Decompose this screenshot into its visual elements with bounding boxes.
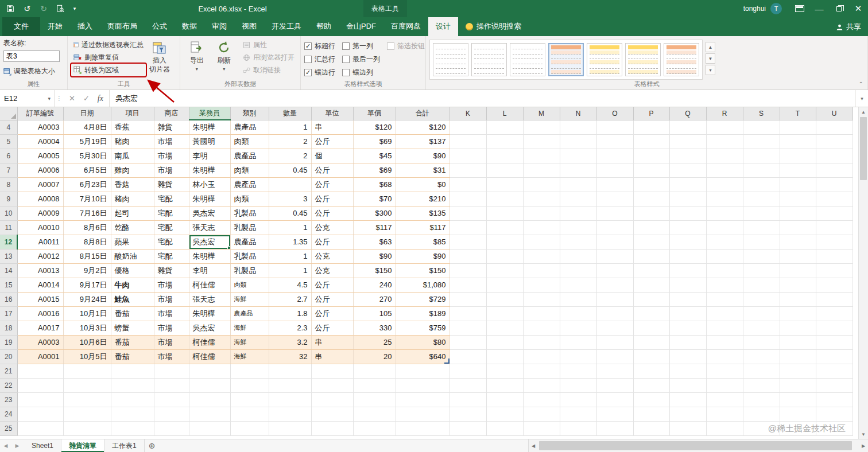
cell[interactable]: 柯佳儒 [189,335,230,349]
cell[interactable] [669,263,706,278]
ribbon-tab-帮助[interactable]: 帮助 [309,17,339,36]
cell[interactable] [596,163,633,177]
cell[interactable] [560,249,596,263]
cell[interactable] [633,349,669,364]
cell[interactable] [450,306,486,321]
cell[interactable] [743,349,780,364]
cell[interactable] [596,349,633,364]
cell[interactable]: 乾酪 [111,220,154,235]
cell[interactable] [311,364,353,378]
cell[interactable] [154,364,189,378]
cell[interactable]: 番茄 [111,349,154,364]
cell[interactable]: 柯佳儒 [189,349,230,364]
cell[interactable] [523,206,560,220]
cell[interactable] [633,321,669,335]
row-header-18[interactable]: 18 [0,321,17,335]
cell[interactable] [743,278,780,292]
cell[interactable] [743,392,780,407]
insert-slicer-button[interactable]: 插入 切片器 [146,38,173,80]
cell[interactable]: 0.45 [269,163,311,177]
cell[interactable] [63,407,111,421]
checkbox-筛选按钮[interactable]: 筛选按钮 [387,41,425,51]
cell[interactable] [780,120,816,134]
cell[interactable] [596,235,633,249]
cell[interactable] [706,407,743,421]
cell[interactable]: 朱明樺 [189,249,230,263]
summarize-with-pivottable-button[interactable]: 通过数据透视表汇总 [71,38,146,51]
ribbon-tab-百度网盘[interactable]: 百度网盘 [383,17,428,36]
name-box[interactable]: E12 ▾ [0,90,55,107]
cell[interactable]: 乳製品 [230,220,269,235]
cell[interactable] [450,421,486,435]
cell[interactable]: 黃國明 [189,134,230,149]
row-header-20[interactable]: 20 [0,349,17,364]
cell[interactable]: $759 [396,321,450,335]
cell[interactable]: 公斤 [311,177,353,192]
cell[interactable]: A0016 [17,306,63,321]
cell[interactable]: 朱明樺 [189,163,230,177]
cell[interactable]: 南瓜 [111,149,154,163]
cell[interactable]: $117 [396,220,450,235]
hscroll-track[interactable] [538,439,859,452]
cell[interactable] [486,407,523,421]
ribbon-tab-操作说明搜索[interactable]: 操作说明搜索 [458,17,529,36]
cell[interactable] [633,392,669,407]
cell[interactable]: $640 [396,349,450,364]
ribbon-display-options-icon[interactable] [790,0,809,17]
cell[interactable] [706,120,743,134]
refresh-button[interactable]: 刷新 ▾ [211,38,238,80]
cell[interactable]: $1,080 [396,278,450,292]
cell[interactable]: 雜貨 [154,120,189,134]
cell[interactable] [523,392,560,407]
cell[interactable]: 市場 [154,321,189,335]
cell[interactable] [633,134,669,149]
table-style-thumbnail[interactable] [433,43,468,76]
cell[interactable] [816,149,852,163]
properties-button[interactable]: 属性 [241,38,297,51]
avatar[interactable]: T [770,3,782,14]
cell[interactable] [486,421,523,435]
cell[interactable] [669,292,706,306]
cell[interactable] [706,149,743,163]
cell[interactable] [523,163,560,177]
cell[interactable] [560,407,596,421]
column-header-P[interactable]: P [633,107,669,120]
cell[interactable] [560,364,596,378]
cell[interactable] [780,192,816,206]
cell[interactable] [269,407,311,421]
cell[interactable]: $90 [396,149,450,163]
cell[interactable]: 10月3日 [63,321,111,335]
cell[interactable] [450,392,486,407]
cell[interactable] [706,206,743,220]
cell[interactable] [353,421,396,435]
cell[interactable] [450,407,486,421]
cell[interactable] [560,321,596,335]
cell[interactable] [230,407,269,421]
cell[interactable] [743,364,780,378]
user-name[interactable]: tonghui [743,5,766,13]
cell[interactable] [816,335,852,349]
cell[interactable]: 公斤 [311,206,353,220]
cell[interactable] [706,392,743,407]
cell[interactable] [669,192,706,206]
ribbon-tab-开始[interactable]: 开始 [40,17,70,36]
cell[interactable]: 香蕉 [111,120,154,134]
cell[interactable]: 番茄 [111,335,154,349]
cell[interactable] [560,349,596,364]
cell[interactable] [486,206,523,220]
cell[interactable]: 8月8日 [63,235,111,249]
cell[interactable]: 優格 [111,263,154,278]
cell[interactable] [353,407,396,421]
cell[interactable]: $80 [396,335,450,349]
cell[interactable] [111,421,154,435]
scroll-up-icon[interactable]: ▲ [859,107,868,116]
cell[interactable]: A0012 [17,249,63,263]
cell[interactable]: 公斤 [311,278,353,292]
cell[interactable] [596,278,633,292]
cell[interactable] [669,407,706,421]
row-header-11[interactable]: 11 [0,220,17,235]
cell[interactable] [17,421,63,435]
cell[interactable]: 李明 [189,149,230,163]
cell[interactable] [450,378,486,392]
cell[interactable] [269,392,311,407]
